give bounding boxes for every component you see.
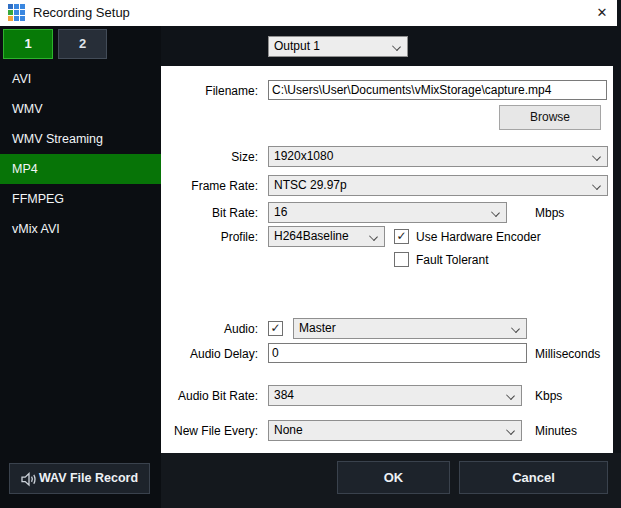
frame-rate-select[interactable]: NTSC 29.97p [268, 175, 608, 196]
fault-tolerant-checkbox[interactable] [394, 252, 409, 267]
chevron-down-icon [592, 181, 601, 190]
fault-tolerant-label: Fault Tolerant [416, 253, 489, 267]
audio-bit-rate-select[interactable]: 384 [268, 385, 522, 406]
bit-rate-label: Bit Rate: [164, 206, 258, 220]
new-file-every-select[interactable]: None [268, 420, 522, 441]
filename-label: Filename: [164, 84, 258, 98]
frame-rate-label: Frame Rate: [164, 179, 258, 193]
sidebar-item-ffmpeg[interactable]: FFMPEG [0, 184, 161, 214]
audio-delay-label: Audio Delay: [164, 347, 258, 361]
audio-bit-rate-label: Audio Bit Rate: [164, 389, 258, 403]
checkmark-icon: ✓ [269, 322, 282, 335]
window-title: Recording Setup [33, 5, 130, 20]
audio-delay-unit: Milliseconds [535, 347, 600, 361]
sidebar-item-wmv-streaming[interactable]: WMV Streaming [0, 124, 161, 154]
cancel-button[interactable]: Cancel [459, 461, 608, 494]
chevron-down-icon [369, 232, 378, 241]
filename-input[interactable] [268, 80, 607, 100]
use-hardware-encoder-label: Use Hardware Encoder [416, 230, 541, 244]
titlebar: Recording Setup ✕ [0, 0, 617, 26]
audio-source-select-value: Master [299, 321, 336, 335]
frame-rate-select-value: NTSC 29.97p [274, 178, 347, 192]
size-label: Size: [164, 150, 258, 164]
chevron-down-icon [491, 208, 500, 217]
audio-source-select[interactable]: Master [293, 318, 527, 339]
checkmark-icon: ✓ [395, 230, 408, 243]
speaker-icon [21, 472, 38, 487]
bit-rate-unit: Mbps [535, 206, 564, 220]
chevron-down-icon [592, 152, 601, 161]
new-file-every-unit: Minutes [535, 424, 577, 438]
new-file-every-select-value: None [274, 423, 303, 437]
size-select[interactable]: 1920x1080 [268, 146, 608, 167]
tab-output-2[interactable]: 2 [58, 29, 107, 59]
sidebar-item-mp4[interactable]: MP4 [0, 154, 161, 184]
size-select-value: 1920x1080 [274, 149, 333, 163]
new-file-every-label: New File Every: [164, 424, 258, 438]
audio-label: Audio: [164, 322, 258, 336]
sidebar-item-wmv[interactable]: WMV [0, 94, 161, 124]
recording-setup-window: Recording Setup ✕ 1 2 Output 1 AVI WMV W… [0, 0, 621, 508]
profile-label: Profile: [164, 230, 258, 244]
chevron-down-icon [506, 391, 515, 400]
profile-select[interactable]: H264Baseline [268, 226, 385, 247]
audio-checkbox[interactable]: ✓ [268, 321, 283, 336]
sidebar-item-avi[interactable]: AVI [0, 64, 161, 94]
wav-file-record-label: WAV File Record [39, 471, 138, 485]
audio-delay-input[interactable] [268, 343, 527, 363]
audio-bit-rate-unit: Kbps [535, 389, 562, 403]
profile-select-value: H264Baseline [274, 229, 349, 243]
output-select[interactable]: Output 1 [268, 36, 408, 57]
browse-button[interactable]: Browse [499, 105, 601, 130]
use-hardware-encoder-checkbox[interactable]: ✓ [394, 229, 409, 244]
chevron-down-icon [511, 324, 520, 333]
wav-file-record-button[interactable]: WAV File Record [9, 463, 150, 494]
audio-bit-rate-select-value: 384 [274, 388, 294, 402]
chevron-down-icon [506, 426, 515, 435]
sidebar-item-vmix-avi[interactable]: vMix AVI [0, 214, 161, 244]
chevron-down-icon [392, 42, 401, 51]
app-icon [8, 4, 26, 22]
tab-output-1[interactable]: 1 [3, 29, 53, 59]
bit-rate-select-value: 16 [274, 205, 287, 219]
close-icon[interactable]: ✕ [591, 4, 613, 22]
bit-rate-select[interactable]: 16 [268, 202, 507, 223]
output-select-value: Output 1 [274, 39, 320, 53]
ok-button[interactable]: OK [337, 461, 450, 494]
